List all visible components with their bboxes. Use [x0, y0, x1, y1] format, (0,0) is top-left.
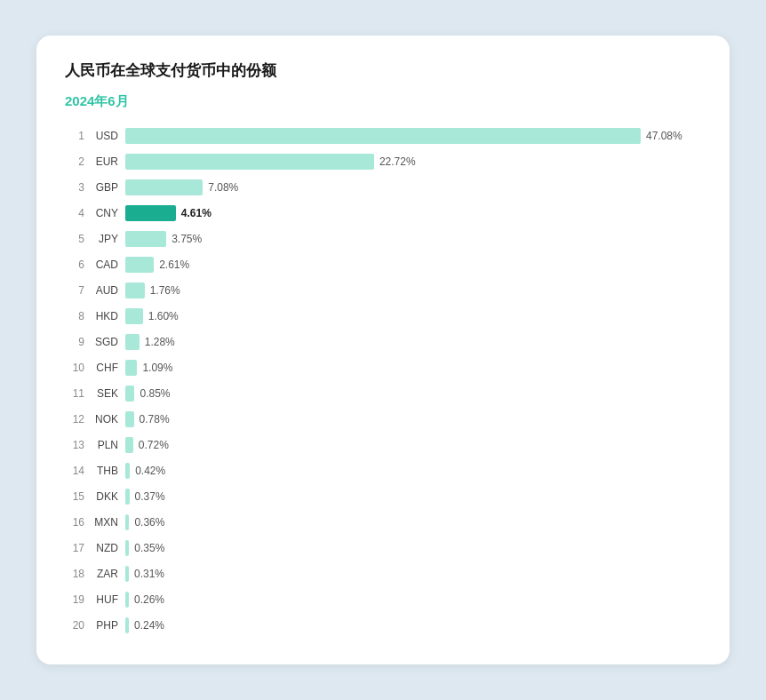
bar-wrap: 1.60%	[125, 308, 701, 324]
bar-fill	[125, 257, 154, 273]
bar-wrap: 0.42%	[125, 463, 701, 479]
currency-label: JPY	[84, 233, 118, 245]
rank-label: 12	[65, 413, 84, 426]
bar-fill	[125, 334, 140, 350]
bar-value-label: 7.08%	[208, 181, 238, 194]
chart-date: 2024年6月	[65, 93, 701, 110]
bar-row: 2EUR22.72%	[65, 150, 701, 173]
bar-wrap: 0.36%	[125, 514, 701, 530]
bar-value-label: 0.78%	[140, 413, 170, 426]
rank-label: 11	[65, 387, 84, 400]
rank-label: 7	[65, 284, 84, 297]
rank-label: 13	[65, 439, 84, 451]
bar-wrap: 0.35%	[125, 540, 701, 556]
currency-label: AUD	[84, 284, 118, 297]
chart-card: 人民币在全球支付货币中的份额 2024年6月 1USD47.08%2EUR22.…	[36, 36, 730, 664]
bar-wrap: 0.85%	[125, 386, 701, 402]
currency-label: SEK	[84, 387, 118, 400]
bar-row: 5JPY3.75%	[65, 227, 701, 251]
bar-fill	[125, 540, 129, 556]
bar-wrap: 1.09%	[125, 360, 701, 376]
bar-value-label: 0.42%	[135, 465, 165, 477]
bar-fill	[125, 514, 129, 530]
bar-value-label: 0.85%	[140, 387, 170, 400]
bar-wrap: 0.78%	[125, 411, 701, 427]
bar-wrap: 22.72%	[125, 154, 701, 170]
bar-value-label: 1.76%	[150, 284, 180, 297]
bar-wrap: 2.61%	[125, 257, 701, 273]
chart-title: 人民币在全球支付货币中的份额	[65, 60, 701, 81]
bar-row: 16MXN0.36%	[65, 511, 701, 534]
bar-wrap: 3.75%	[125, 231, 701, 247]
bar-value-label: 0.72%	[139, 439, 169, 451]
bar-value-label: 1.28%	[145, 336, 175, 348]
bar-row: 14THB0.42%	[65, 459, 701, 482]
bar-wrap: 0.24%	[125, 617, 701, 633]
currency-label: NZD	[84, 542, 118, 554]
bar-value-label: 0.24%	[134, 619, 164, 632]
bar-fill	[125, 617, 129, 633]
bar-fill	[125, 179, 203, 195]
currency-label: ZAR	[84, 568, 118, 580]
bar-value-label: 1.60%	[148, 310, 179, 322]
currency-label: MXN	[84, 516, 118, 529]
rank-label: 18	[65, 568, 84, 580]
bar-fill	[125, 154, 374, 170]
currency-label: NOK	[84, 413, 118, 426]
currency-label: DKK	[84, 490, 118, 503]
bar-wrap: 4.61%	[125, 205, 701, 221]
bar-value-label: 2.61%	[159, 259, 189, 271]
bar-wrap: 7.08%	[125, 179, 701, 195]
bar-fill	[125, 437, 133, 453]
bar-fill	[125, 411, 134, 427]
rank-label: 5	[65, 233, 84, 245]
bar-wrap: 0.26%	[125, 592, 701, 608]
rank-label: 2	[65, 155, 84, 168]
currency-label: SGD	[84, 336, 118, 348]
bar-row: 18ZAR0.31%	[65, 562, 701, 585]
currency-label: USD	[84, 130, 118, 142]
bar-value-label: 22.72%	[379, 155, 416, 168]
rank-label: 8	[65, 310, 84, 322]
bar-fill	[125, 128, 641, 144]
bar-value-label: 4.61%	[181, 207, 211, 219]
bar-row: 10CHF1.09%	[65, 356, 701, 379]
rank-label: 6	[65, 259, 84, 271]
bar-wrap: 0.72%	[125, 437, 701, 453]
rank-label: 14	[65, 465, 84, 477]
bar-row: 9SGD1.28%	[65, 330, 701, 354]
bar-row: 20PHP0.24%	[65, 614, 701, 637]
bar-wrap: 47.08%	[125, 128, 701, 144]
bar-value-label: 0.31%	[134, 568, 164, 580]
bar-fill	[125, 592, 129, 608]
bar-value-label: 0.35%	[134, 542, 164, 554]
bar-row: 3GBP7.08%	[65, 176, 701, 199]
bar-value-label: 0.37%	[135, 490, 165, 503]
rank-label: 3	[65, 181, 84, 194]
bar-wrap: 0.31%	[125, 566, 701, 582]
bar-row: 1USD47.08%	[65, 124, 701, 147]
bar-fill	[125, 566, 129, 582]
rank-label: 16	[65, 516, 84, 529]
bar-row: 11SEK0.85%	[65, 382, 701, 405]
bar-value-label: 0.26%	[134, 593, 164, 606]
bar-wrap: 1.76%	[125, 282, 701, 298]
bar-value-label: 0.36%	[134, 516, 164, 529]
bar-row: 6CAD2.61%	[65, 253, 701, 276]
bar-row: 17NZD0.35%	[65, 537, 701, 560]
currency-label: EUR	[84, 155, 118, 168]
currency-label: CHF	[84, 362, 118, 374]
bar-row: 19HUF0.26%	[65, 588, 701, 611]
rank-label: 1	[65, 130, 84, 142]
bar-fill	[125, 360, 137, 376]
rank-label: 17	[65, 542, 84, 554]
currency-label: PLN	[84, 439, 118, 451]
rank-label: 9	[65, 336, 84, 348]
rank-label: 15	[65, 490, 84, 503]
rank-label: 4	[65, 207, 84, 219]
bar-wrap: 1.28%	[125, 334, 701, 350]
bar-row: 15DKK0.37%	[65, 485, 701, 508]
bar-wrap: 0.37%	[125, 489, 701, 505]
bar-row: 12NOK0.78%	[65, 408, 701, 431]
currency-label: HKD	[84, 310, 118, 322]
